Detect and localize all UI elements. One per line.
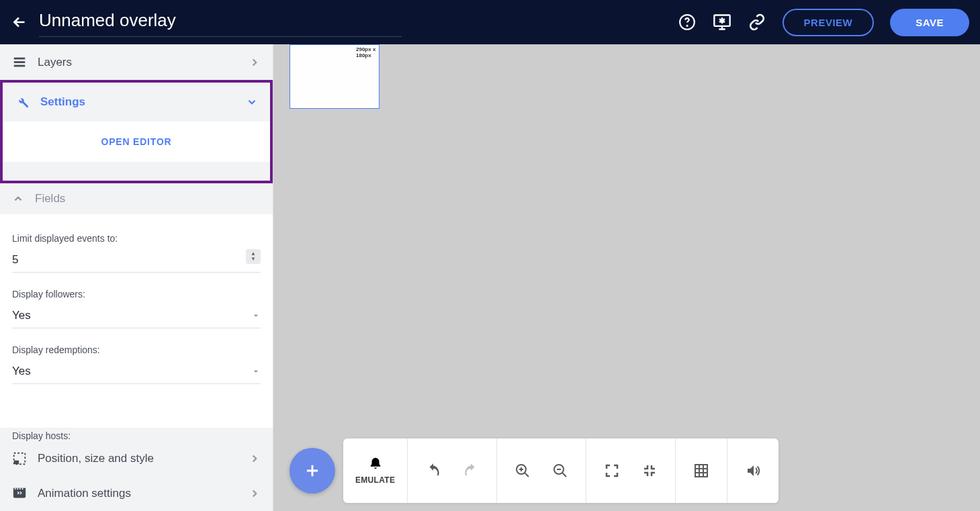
display-settings-icon[interactable]: [713, 13, 731, 32]
zoom-out-button[interactable]: [549, 460, 571, 481]
display-hosts-label: Display hosts:: [0, 428, 273, 441]
chevron-up-icon: [12, 193, 24, 205]
emulate-button[interactable]: EMULATE: [343, 438, 408, 503]
exit-fullscreen-button[interactable]: [639, 460, 660, 481]
bottom-toolbar: EMULATE: [289, 438, 964, 503]
svg-point-3: [720, 19, 723, 22]
dropdown-icon: [251, 311, 261, 320]
svg-rect-12: [17, 488, 18, 490]
svg-rect-4: [14, 58, 26, 60]
display-followers-select[interactable]: Yes: [12, 306, 261, 328]
position-panel-row[interactable]: Position, size and style: [0, 441, 273, 476]
layers-panel-row[interactable]: Layers: [0, 44, 273, 81]
settings-panel-row[interactable]: Settings: [3, 83, 270, 122]
help-icon[interactable]: [678, 13, 697, 32]
sidebar: Layers Settings OPEN EDITOR Field: [0, 44, 273, 511]
svg-rect-13: [19, 488, 21, 490]
animation-label: Animation settings: [38, 487, 238, 500]
animation-panel-row[interactable]: Animation settings: [0, 476, 273, 511]
zoom-in-button[interactable]: [512, 460, 533, 481]
animation-icon: [12, 486, 27, 501]
svg-rect-17: [695, 465, 707, 477]
app-header: PREVIEW SAVE: [0, 0, 980, 44]
fields-panel-row[interactable]: Fields: [0, 183, 273, 214]
fields-body: Limit displayed events to: ▲▼ Display fo…: [0, 214, 273, 428]
svg-rect-11: [15, 488, 16, 490]
canvas-inner[interactable]: 290px x 180px: [289, 44, 964, 434]
chevron-right-icon: [249, 56, 261, 68]
wrench-icon: [15, 95, 30, 109]
overlay-dimensions-label: 290px x 180px: [356, 46, 379, 58]
display-followers-value: Yes: [12, 309, 251, 322]
svg-rect-14: [22, 488, 24, 490]
svg-rect-9: [13, 490, 26, 498]
fields-label: Fields: [35, 192, 65, 205]
chevron-right-icon: [249, 453, 261, 465]
layers-icon: [12, 55, 27, 70]
canvas-area[interactable]: 290px x 180px EMULATE: [273, 44, 980, 511]
display-redemptions-label: Display redemptions:: [12, 344, 261, 355]
undo-button[interactable]: [422, 460, 444, 481]
settings-highlight: Settings OPEN EDITOR: [0, 80, 273, 183]
display-redemptions-value: Yes: [12, 365, 251, 378]
preview-button[interactable]: PREVIEW: [783, 9, 875, 36]
display-followers-label: Display followers:: [12, 289, 261, 299]
back-button[interactable]: [11, 13, 28, 31]
header-actions: PREVIEW SAVE: [678, 9, 969, 36]
grid-button[interactable]: [691, 460, 712, 481]
bell-icon: [368, 457, 383, 471]
svg-rect-8: [14, 461, 19, 465]
add-button[interactable]: [289, 448, 335, 494]
chevron-down-icon: [246, 96, 258, 108]
open-editor-button[interactable]: OPEN EDITOR: [3, 122, 270, 162]
emulate-label: EMULATE: [355, 475, 395, 485]
overlay-object[interactable]: 290px x 180px: [289, 44, 380, 109]
fullscreen-button[interactable]: [601, 460, 623, 481]
dropdown-icon: [251, 367, 261, 376]
settings-label: Settings: [40, 95, 235, 109]
bounding-box-icon: [12, 451, 27, 466]
svg-point-1: [686, 26, 687, 26]
svg-rect-5: [14, 61, 26, 63]
link-icon[interactable]: [748, 13, 766, 32]
position-label: Position, size and style: [38, 452, 238, 465]
limit-events-input[interactable]: [12, 250, 261, 273]
redo-button[interactable]: [460, 460, 482, 481]
limit-events-label: Limit displayed events to:: [12, 233, 261, 244]
layers-label: Layers: [38, 56, 238, 69]
toolbar-card: EMULATE: [343, 438, 778, 503]
overlay-title-input[interactable]: [39, 7, 402, 37]
chevron-right-icon: [249, 487, 261, 500]
svg-rect-6: [14, 65, 26, 67]
number-spinner-icon[interactable]: ▲▼: [246, 249, 261, 264]
volume-button[interactable]: [742, 460, 764, 481]
sidebar-bottom: Display hosts: Position, size and style …: [0, 428, 273, 511]
save-button[interactable]: SAVE: [890, 9, 969, 36]
display-redemptions-select[interactable]: Yes: [12, 362, 261, 384]
